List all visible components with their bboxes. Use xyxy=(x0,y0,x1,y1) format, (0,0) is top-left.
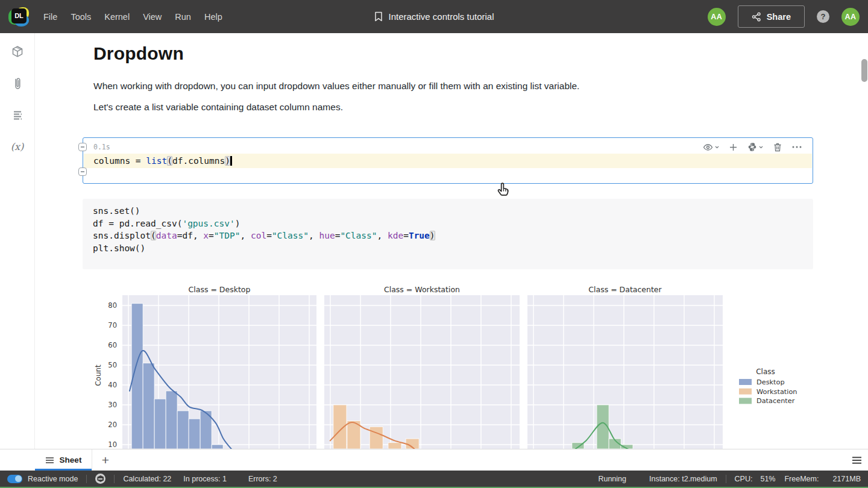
notebooks-icon[interactable] xyxy=(10,44,25,60)
tab-sheet[interactable]: Sheet xyxy=(35,449,92,471)
more-actions-icon[interactable] xyxy=(792,146,802,148)
mem-label: FreeMem: xyxy=(784,475,819,483)
svg-text:Class = Datacenter: Class = Datacenter xyxy=(588,285,662,294)
svg-text:60: 60 xyxy=(108,341,117,349)
svg-text:40: 40 xyxy=(108,381,117,389)
menu-view[interactable]: View xyxy=(143,12,162,22)
svg-text:80: 80 xyxy=(108,301,117,310)
menu-file[interactable]: File xyxy=(43,12,57,22)
menu-kernel[interactable]: Kernel xyxy=(104,12,130,22)
left-sidebar: (x) xyxy=(0,33,35,449)
kernel-running-status: Running xyxy=(598,475,626,483)
plot-output: Class = DesktopClass = WorkstationClass … xyxy=(83,277,813,449)
svg-text:Class = Workstation: Class = Workstation xyxy=(384,285,460,294)
svg-text:Count: Count xyxy=(94,364,102,386)
datalore-logo-icon[interactable]: DL xyxy=(8,6,30,28)
svg-text:Datacenter: Datacenter xyxy=(756,397,795,405)
cell-collapse-handle[interactable] xyxy=(78,167,87,176)
cell-exec-time: 0.1s xyxy=(93,143,110,151)
svg-text:Class: Class xyxy=(756,368,775,376)
delete-cell-icon[interactable] xyxy=(773,143,782,152)
instance-label: Instance: t2.medium xyxy=(649,475,717,483)
svg-text:50: 50 xyxy=(108,361,117,369)
svg-text:Desktop: Desktop xyxy=(756,378,785,386)
chevron-down-icon xyxy=(715,146,719,149)
svg-text:Workstation: Workstation xyxy=(756,388,797,396)
doc-paragraph: Let's create a list variable containing … xyxy=(93,102,696,113)
chevron-down-icon xyxy=(759,146,763,149)
add-sheet-button[interactable]: + xyxy=(96,449,115,471)
menu-tools[interactable]: Tools xyxy=(71,12,91,22)
bookmark-icon xyxy=(374,11,383,22)
variables-icon[interactable]: (x) xyxy=(10,139,25,154)
doc-paragraph: When working with dropdown, you can inpu… xyxy=(93,81,696,92)
svg-text:20: 20 xyxy=(108,421,117,429)
kernel-status-icon[interactable] xyxy=(95,474,105,484)
menu-help[interactable]: Help xyxy=(204,12,222,22)
sheet-tab-label: Sheet xyxy=(60,455,82,465)
reactive-mode-label: Reactive mode xyxy=(28,475,78,483)
notebook-title-text: Interactive controls tutorial xyxy=(388,11,494,22)
code-cell[interactable]: sns.set()df = pd.read_csv('gpus.csv')sns… xyxy=(83,199,813,269)
topbar-right-group: AA Share ? AA xyxy=(708,5,860,28)
calculated-count: Calculated: 22 xyxy=(123,475,171,483)
svg-text:30: 30 xyxy=(108,401,117,409)
cell-collapse-handle[interactable] xyxy=(78,143,87,151)
mouse-cursor-hand xyxy=(497,182,511,200)
sheet-tab-bar: Sheet + xyxy=(0,449,868,471)
svg-text:10: 10 xyxy=(108,440,117,449)
add-cell-icon[interactable] xyxy=(729,143,737,151)
vertical-scrollbar[interactable] xyxy=(861,59,867,82)
python-kernel-icon[interactable] xyxy=(747,142,763,152)
mem-value: 2171MB xyxy=(832,475,861,483)
statusbar-right-group: Running Instance: t2.medium CPU: 51% Fre… xyxy=(598,475,861,483)
visibility-icon[interactable] xyxy=(703,143,719,151)
menu-run[interactable]: Run xyxy=(175,12,191,22)
share-label: Share xyxy=(767,12,791,22)
outline-icon[interactable] xyxy=(10,107,25,123)
cpu-value: 51% xyxy=(760,475,775,483)
attachments-icon[interactable] xyxy=(10,76,25,92)
svg-text:70: 70 xyxy=(108,321,117,330)
code-cell-selected[interactable]: 0.1s xyxy=(83,137,813,184)
cell-toolbar xyxy=(703,142,802,152)
menu-bar: FileToolsKernelViewRunHelp xyxy=(43,12,222,22)
share-button[interactable]: Share xyxy=(738,5,805,28)
in-process-count: In process: 1 xyxy=(183,475,227,483)
chart-svg: Class = DesktopClass = WorkstationClass … xyxy=(83,277,813,449)
svg-text:Class = Desktop: Class = Desktop xyxy=(189,285,251,294)
reactive-mode-toggle[interactable] xyxy=(7,475,22,483)
cell1-code[interactable]: columns = list(df.columns) xyxy=(93,154,232,168)
collaborator-avatar[interactable]: AA xyxy=(708,8,726,26)
errors-count: Errors: 2 xyxy=(248,475,277,483)
sheet-icon xyxy=(45,457,54,464)
cpu-label: CPU: xyxy=(735,475,753,483)
logo-text: DL xyxy=(11,8,27,23)
cell2-code[interactable]: sns.set()df = pd.read_csv('gpus.csv')sns… xyxy=(93,205,435,254)
sheets-list-icon[interactable] xyxy=(852,449,862,471)
help-button[interactable]: ? xyxy=(817,10,829,23)
status-bar: Reactive mode Calculated: 22 In process:… xyxy=(0,471,868,488)
page-title: Dropdown xyxy=(93,43,184,64)
notebook-title[interactable]: Interactive controls tutorial xyxy=(374,0,494,33)
datalore-app-window: DL FileToolsKernelViewRunHelp Interactiv… xyxy=(0,0,868,488)
share-icon xyxy=(752,12,761,22)
top-menu-bar: DL FileToolsKernelViewRunHelp Interactiv… xyxy=(0,0,868,33)
user-avatar[interactable]: AA xyxy=(841,8,860,26)
